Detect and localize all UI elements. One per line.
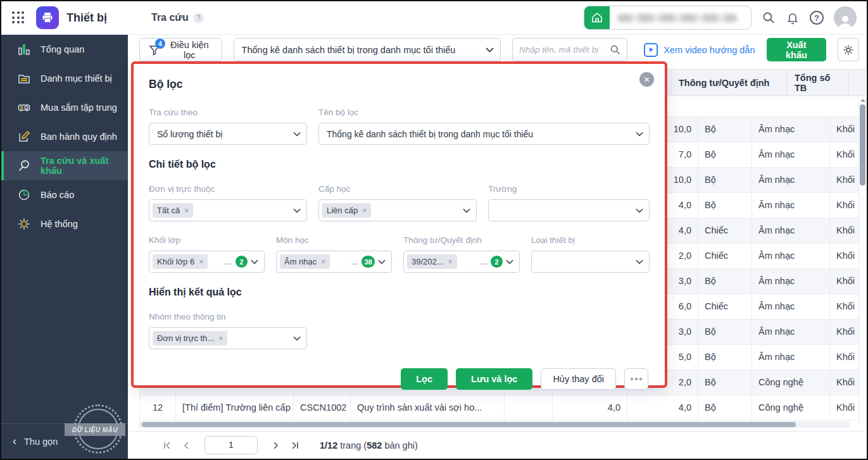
group-by-select[interactable]: Đơn vị trực th...× [149,327,307,349]
selected-count-badge: 2 [491,256,503,268]
unit-label: Đơn vị trực thuộc [149,184,307,194]
collapse-chevron-icon: ‹ [13,435,16,448]
page-number-input[interactable]: 1 [204,436,258,454]
horizontal-scrollbar-thumb[interactable] [142,422,796,427]
device-search-field [512,38,627,61]
chip-remove-icon[interactable]: × [218,334,223,343]
cell-quantity-2: 4,0 [627,395,698,420]
sidebar-item-label: Tra cứu và xuất khẩu [41,156,128,176]
next-page-button[interactable] [270,440,280,451]
sidebar-item-label: Mua sắm tập trung [41,103,117,113]
redacted-school-name [617,14,738,22]
more-options-button[interactable] [624,368,648,390]
sidebar-item-danh-muc-thiet-bi[interactable]: Danh mục thiết bị [1,64,128,93]
cell-unit: Bộ [698,345,752,370]
avatar[interactable] [834,6,857,29]
school-label: Trường [488,184,650,194]
school-selector[interactable] [584,6,752,30]
chevron-down-icon [293,132,301,137]
cell-subject: Âm nhạc [752,244,830,268]
subject-select[interactable]: Âm nhạc× ... 38 [276,251,392,273]
annotation-highlight-box: ✕ Bộ lọc Tra cứu theo Số lượng thiết bị … [131,61,667,388]
first-page-button[interactable] [163,440,173,451]
unit-select[interactable]: Tất cả× [149,199,307,221]
search-by-label: Tra cứu theo [149,108,307,117]
search-icon[interactable] [610,44,620,55]
table-settings-button[interactable] [838,38,859,61]
help-icon[interactable]: ? [810,11,824,25]
export-button[interactable]: Xuất khẩu [767,38,827,61]
search-by-select[interactable]: Số lượng thiết bị [149,123,307,145]
table-header-circular[interactable]: Thông tư/Quyết định [671,70,787,96]
page-help-icon[interactable]: ? [193,13,204,23]
cell-extra [505,395,553,420]
device-search-input[interactable] [519,45,606,54]
cancel-changes-button[interactable]: Hủy thay đổi [541,368,616,390]
table-header-total[interactable]: Tổng số TB [787,70,849,96]
home-button[interactable] [584,6,610,30]
device-type-select[interactable] [531,251,650,273]
level-select[interactable]: Liên cấp× [318,199,477,221]
filter-button-label: Điều kiện lọc [167,40,213,60]
chip-remove-icon[interactable]: × [184,206,189,215]
circular-label: Thông tư/Quyết định [403,235,520,245]
selected-count-badge: 38 [362,256,375,268]
circular-select[interactable]: 39/202...× ... 2 [403,251,520,273]
filter-template-select[interactable]: Thống kê danh sách thiết bị trong danh m… [234,38,501,61]
chip-label: Tất cả [157,206,180,215]
chip-remove-icon[interactable]: × [199,258,203,266]
filter-conditions-button[interactable]: 4 Điều kiện lọc [139,38,222,61]
school-select[interactable] [488,199,650,221]
printer-app-icon[interactable] [36,6,59,29]
sidebar-item-tong-quan[interactable]: Tổng quan [1,35,128,64]
person-icon [837,14,853,29]
grade-select[interactable]: Khối lớp 6× ... 2 [149,251,265,273]
video-link-label: Xem video hướng dẫn [664,45,755,55]
cell-subject: Âm nhạc [752,320,830,344]
chip-remove-icon[interactable]: × [448,258,453,266]
edit-icon [16,130,32,144]
gear-icon [16,217,32,231]
sidebar-item-bao-cao[interactable]: Báo cáo [1,180,128,209]
cell-subject: Âm nhạc [752,168,830,192]
last-page-button[interactable] [289,440,299,451]
filter-name-select[interactable]: Thống kê danh sách thiết bị trong danh m… [318,123,650,145]
sample-data-stamp: DỮ LIỆU MẪU [73,404,123,454]
play-icon [644,43,658,57]
sidebar-item-he-thong[interactable]: Hệ thống [1,209,128,239]
bar-chart-icon [16,42,32,56]
prev-page-button[interactable] [182,440,192,451]
modal-title: Bộ lọc [149,78,650,91]
cell-device-name: Quy trình sản xuất vải sợi ho... [351,395,505,420]
sidebar-item-ban-hanh-quy-dinh[interactable]: Ban hành quy định [1,122,128,151]
sidebar-item-label: Báo cáo [41,190,74,200]
chip-remove-icon[interactable]: × [362,206,367,215]
vertical-scrollbar-thumb[interactable] [860,104,865,185]
chevron-down-icon [486,47,494,53]
close-icon[interactable]: ✕ [639,72,654,87]
sidebar-item-tra-cuu-va-xuat-khau[interactable]: Tra cứu và xuất khẩu [1,151,128,180]
notifications-bell-icon[interactable] [786,11,800,25]
cell-unit: Bộ [698,142,752,167]
table-row[interactable]: 12 [Thí điểm] Trường liên cấp 12 ... CSC… [140,395,865,421]
filter-button[interactable]: Lọc [401,368,448,390]
sidebar-item-mua-sam-tap-trung[interactable]: Mua sắm tập trung [1,93,128,122]
chip-remove-icon[interactable]: × [321,258,325,266]
vertical-scrollbar[interactable] [859,97,865,424]
video-tutorial-link[interactable]: Xem video hướng dẫn [644,43,755,57]
save-and-filter-button[interactable]: Lưu và lọc [456,368,532,390]
app-window: Thiết bị Tra cứu ? ? Tổng [0,0,868,460]
horizontal-scrollbar[interactable] [139,421,850,428]
cell-quantity-1: 4,0 [553,395,627,420]
sidebar-item-label: Tổng quan [41,44,84,54]
more-ellipsis: ... [480,257,487,266]
app-grid-icon[interactable] [12,11,25,24]
chip-label: Âm nhạc [284,257,317,266]
cell-unit: Bộ [698,269,752,294]
cell-subject: Âm nhạc [752,269,830,294]
search-icon[interactable] [762,11,776,25]
cell-unit: Bộ [698,193,752,218]
sidebar-item-label: Danh mục thiết bị [41,73,112,84]
chip-label: 39/202... [412,257,444,266]
cell-subject: Âm nhạc [752,142,830,167]
